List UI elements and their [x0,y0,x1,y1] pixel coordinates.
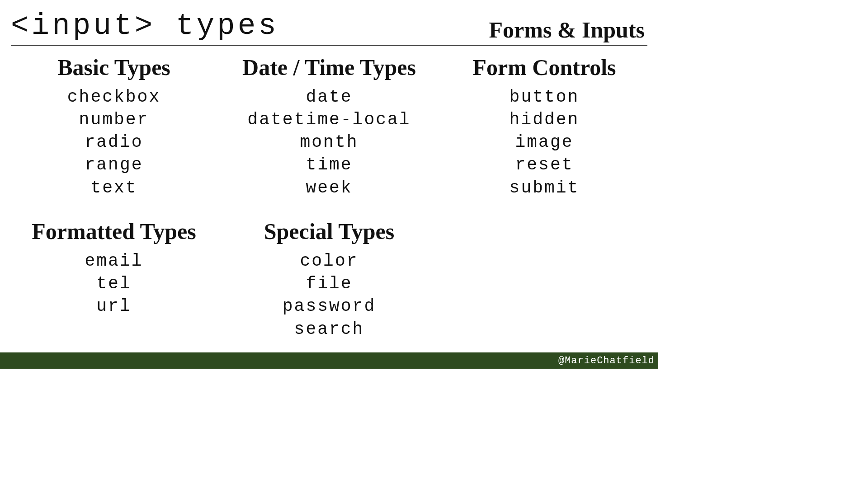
group-heading: Basic Types [11,54,217,80]
group-date-time-types: Date / Time Types date datetime-local mo… [226,54,432,205]
list-item: time [226,154,432,176]
list-item: tel [11,272,217,295]
slide-title: <input> types [11,9,279,43]
list-item: password [226,295,432,318]
list-item: url [11,295,217,318]
list-item: number [11,108,217,131]
list-item: datetime-local [226,108,432,131]
group-formatted-types: Formatted Types email tel url [11,218,217,346]
list-item: file [226,272,432,295]
group-form-controls: Form Controls button hidden image reset … [441,54,647,205]
list-item: search [226,318,432,341]
list-item: submit [441,177,647,199]
list-item: color [226,250,432,272]
list-item: radio [11,131,217,154]
list-item: button [441,86,647,108]
group-heading: Date / Time Types [226,54,432,80]
group-basic-types: Basic Types checkbox number radio range … [11,54,217,205]
slide-footer: @MarieChatfield [0,352,658,369]
list-item: reset [441,154,647,176]
group-special-types: Special Types color file password search [226,218,432,346]
slide-content: Basic Types checkbox number radio range … [11,54,647,346]
list-item: email [11,250,217,272]
list-item: date [226,86,432,108]
author-handle: @MarieChatfield [558,355,655,366]
list-item: month [226,131,432,154]
group-heading: Formatted Types [11,218,217,244]
slide-subtitle: Forms & Inputs [489,17,647,43]
list-item: image [441,131,647,154]
slide: <input> types Forms & Inputs Basic Types… [0,0,658,369]
slide-header: <input> types Forms & Inputs [11,9,647,46]
list-item: hidden [441,108,647,131]
list-item: range [11,154,217,176]
list-item: text [11,177,217,199]
list-item: checkbox [11,86,217,108]
group-heading: Special Types [226,218,432,244]
list-item: week [226,177,432,199]
group-heading: Form Controls [441,54,647,80]
